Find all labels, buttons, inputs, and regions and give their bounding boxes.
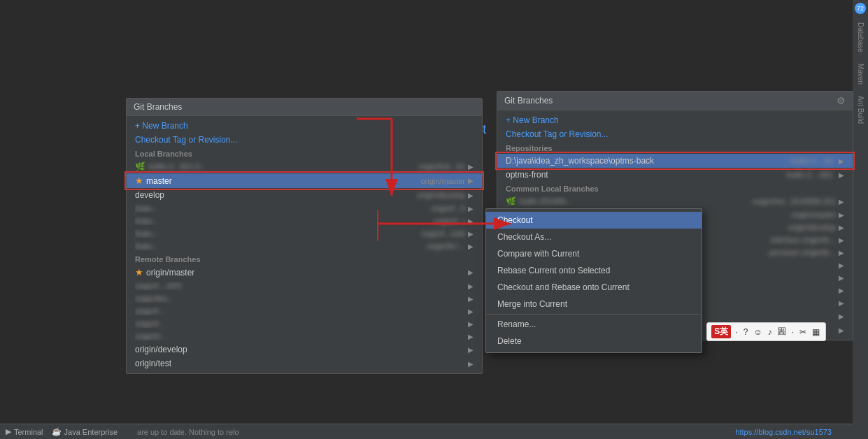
chevron-right-icon: ▶ (468, 230, 474, 238)
git-panel-left: Git Branches + New Branch Checkout Tag o… (126, 98, 483, 374)
left-panel-body: + New Branch Checkout Tag or Revision...… (127, 116, 482, 373)
repos-section-header: Repositories (497, 141, 853, 154)
csdn-link[interactable]: https://blog.csdn.net/su1573 (735, 428, 832, 436)
chevron-right-icon: ▶ (839, 224, 844, 231)
remote-fea3-left[interactable]: origin/f... ▶ (127, 317, 482, 330)
chevron-right-icon: ▶ (839, 274, 844, 282)
ime-dot2[interactable]: · (790, 326, 795, 338)
context-menu: Checkout Checkout As... Compare with Cur… (485, 208, 702, 353)
sidebar-ant[interactable]: Ant Build (855, 90, 866, 129)
star-icon: ★ (135, 175, 143, 186)
ime-question[interactable]: ? (742, 326, 750, 338)
ctx-rebase-selected[interactable]: Rebase Current onto Selected (486, 262, 702, 279)
chevron-right-icon: ▶ (839, 287, 844, 294)
checkout-tag-right[interactable]: Checkout Tag or Revision... (497, 127, 853, 141)
ime-keyboard[interactable]: 圌 (776, 325, 788, 338)
sidebar-maven[interactable]: Maven (855, 58, 866, 90)
ime-s-button[interactable]: S英 (711, 325, 731, 338)
common-hotfix[interactable]: 🌿 hotfix-201905... origin/hot...2019099-… (497, 194, 853, 208)
branch-feat4-left[interactable]: featu... origin/fe=... ▶ (127, 240, 482, 252)
branch-develop-left[interactable]: develop origin/develop ▶ (127, 188, 482, 202)
left-panel-title: Git Branches (134, 102, 182, 112)
chevron-right-icon: ▶ (468, 333, 474, 340)
chevron-right-icon: ▶ (468, 177, 474, 185)
ctx-merge-current[interactable]: Merge into Current (486, 296, 702, 312)
ime-toolbar: S英 · ? ☺ ♪ 圌 · ✂ ▦ (706, 322, 826, 341)
java-icon: ☕ (52, 427, 62, 436)
java-enterprise-button[interactable]: ☕ Java Enterprise (52, 427, 118, 436)
star-icon: ★ (135, 267, 143, 278)
remote-h-left[interactable]: origin/h... ▶ (127, 330, 482, 343)
ime-smiley[interactable]: ☺ (752, 326, 763, 338)
remote-develop-left[interactable]: origin/develop ▶ (127, 343, 482, 357)
terminal-icon: ▶ (6, 427, 11, 436)
repo-optms-back[interactable]: D:\java\idea_zh_workspace\optms-back hot… (497, 154, 853, 168)
right-sidebar: 72 Database Maven Ant Build (853, 0, 868, 439)
branch-feat2-left[interactable]: featu... origin/f...i ▶ (127, 215, 482, 227)
chevron-right-icon: ▶ (839, 326, 844, 334)
chevron-right-icon: ▶ (839, 171, 844, 179)
chevron-right-icon: ▶ (839, 211, 844, 219)
ctx-separator (486, 314, 702, 315)
chevron-right-icon: ▶ (468, 346, 474, 354)
bottom-bar: ▶ Terminal ☕ Java Enterprise are up to d… (0, 424, 853, 439)
chevron-right-icon: ▶ (839, 157, 844, 165)
chevron-right-icon: ▶ (468, 295, 474, 303)
ime-mic[interactable]: ♪ (767, 326, 774, 338)
remote-feat-xp5-left[interactable]: origin/f...-XP5 ▶ (127, 280, 482, 292)
left-panel-header: Git Branches (127, 99, 482, 116)
repo-optms-front[interactable]: optms-front hotfix-2...-001 ▶ (497, 168, 853, 182)
remote-test-left[interactable]: origin/test ▶ (127, 357, 482, 370)
branch-hotfix-name: 🌿 hotfix-2...501-0... (135, 161, 418, 171)
sidebar-badge: 72 (855, 3, 866, 14)
right-panel-title: Git Branches (504, 96, 553, 106)
chevron-right-icon: ▶ (839, 249, 844, 257)
local-branches-header: Local Branches (127, 147, 482, 159)
status-text: are up to date. Nothing to relo (137, 428, 239, 436)
chevron-right-icon: ▶ (468, 243, 474, 250)
chevron-right-icon: ▶ (839, 261, 844, 269)
chevron-right-icon: ▶ (468, 282, 474, 290)
right-panel-header: Git Branches ⚙ (497, 92, 853, 110)
terminal-button[interactable]: ▶ Terminal (6, 427, 43, 436)
ime-grid[interactable]: ▦ (811, 326, 821, 338)
remote-fea1-left[interactable]: origin/fea... ▶ (127, 292, 482, 305)
new-branch-right[interactable]: + New Branch (497, 113, 853, 127)
ctx-delete[interactable]: Delete (486, 333, 702, 350)
branch-feat1-left[interactable]: featu... origin/f...5 ▶ (127, 202, 482, 215)
branch-master-left[interactable]: ★ master origin/master ▶ (127, 173, 482, 188)
checkout-tag-left[interactable]: Checkout Tag or Revision... (127, 133, 482, 147)
chevron-right-icon: ▶ (468, 360, 474, 368)
chevron-right-icon: ▶ (839, 236, 844, 244)
branch-feat3-left[interactable]: featu... origin/f...tulel ▶ (127, 227, 482, 240)
chevron-right-icon: ▶ (839, 312, 844, 320)
branch-icon: 🌿 (506, 196, 516, 206)
gear-icon[interactable]: ⚙ (837, 95, 846, 106)
branch-master-name: ★ master (135, 175, 420, 186)
chevron-right-icon: ▶ (468, 320, 474, 328)
ime-dot[interactable]: · (734, 326, 739, 338)
chevron-right-icon: ▶ (468, 205, 474, 213)
chevron-right-icon: ▶ (468, 217, 474, 225)
ctx-rename[interactable]: Rename... (486, 316, 702, 333)
ctx-checkout[interactable]: Checkout (486, 212, 702, 229)
chevron-right-icon: ▶ (468, 308, 474, 315)
ctx-compare-current[interactable]: Compare with Current (486, 245, 702, 262)
sidebar-database[interactable]: Database (855, 17, 866, 58)
new-branch-left[interactable]: + New Branch (127, 119, 482, 133)
remote-fea2-left[interactable]: origin/f... ▶ (127, 305, 482, 317)
branch-hotfix-left[interactable]: 🌿 hotfix-2...501-0... origin/hot...61 ▶ (127, 159, 482, 173)
chevron-right-icon: ▶ (468, 192, 474, 199)
remote-branches-header-left: Remote Branches (127, 252, 482, 265)
ctx-checkout-rebase[interactable]: Checkout and Rebase onto Current (486, 279, 702, 296)
chevron-right-icon: ▶ (839, 198, 844, 206)
common-local-section: Common Local Branches (497, 182, 853, 194)
remote-origin-master-left[interactable]: ★ origin/master ▶ (127, 265, 482, 280)
chevron-right-icon: ▶ (468, 268, 474, 276)
chevron-right-icon: ▶ (468, 163, 474, 171)
branch-icon: 🌿 (135, 161, 145, 171)
chevron-right-icon: ▶ (839, 299, 844, 307)
ctx-checkout-as[interactable]: Checkout As... (486, 229, 702, 245)
ime-scissors[interactable]: ✂ (798, 326, 808, 338)
